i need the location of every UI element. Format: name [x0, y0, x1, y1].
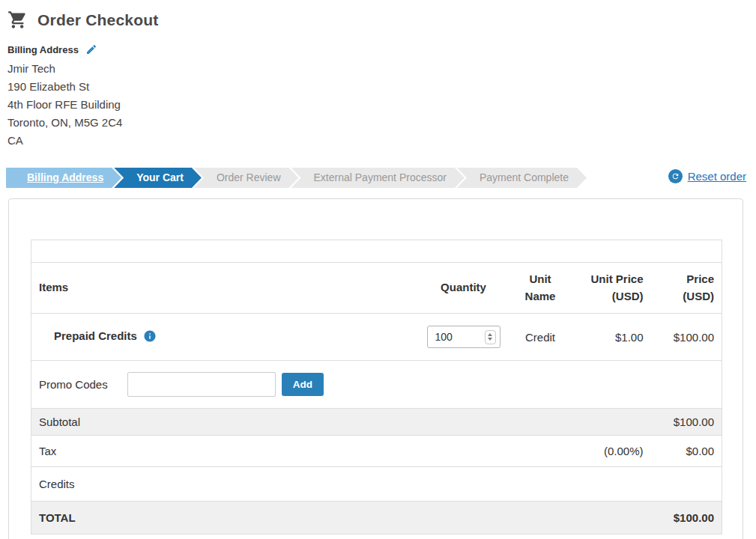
item-unit-price: $1.00 [572, 314, 651, 361]
step-order-review: Order Review [194, 168, 299, 188]
step-external-payment-processor: External Payment Processor [291, 168, 465, 188]
tax-label: Tax [31, 436, 572, 467]
item-unit-name: Credit [509, 314, 572, 361]
credits-row: Credits [31, 467, 722, 502]
reset-refresh-icon [668, 169, 683, 183]
spin-up-icon[interactable] [488, 333, 492, 336]
cart-panel: Items Quantity Unit Name Unit Price (USD… [8, 198, 743, 539]
quantity-spin-buttons[interactable] [485, 330, 496, 344]
item-price: $100.00 [651, 314, 722, 361]
billing-line-suite: 4th Floor RFE Building [7, 96, 756, 114]
step-billing-address[interactable]: Billing Address [6, 168, 121, 188]
col-header-unit-name: Unit Name [509, 263, 572, 314]
page-title: Order Checkout [37, 11, 159, 29]
promo-codes-row: Promo Codes Add [31, 361, 722, 409]
credits-label: Credits [31, 467, 572, 502]
col-header-items: Items [31, 263, 419, 314]
billing-line-company: Jmir Tech [7, 60, 756, 78]
promo-code-input[interactable] [127, 372, 276, 397]
table-header-row: Items Quantity Unit Name Unit Price (USD… [31, 263, 722, 314]
total-rate [572, 502, 651, 535]
reset-order-label: Reset order [688, 170, 746, 183]
step-payment-complete: Payment Complete [457, 168, 587, 188]
billing-address-label: Billing Address [7, 44, 79, 55]
billing-line-country: CA [7, 132, 756, 150]
total-label: TOTAL [31, 502, 572, 535]
cart-table: Items Quantity Unit Name Unit Price (USD… [31, 240, 722, 535]
subtotal-rate [572, 409, 651, 436]
total-row: TOTAL $100.00 [31, 502, 722, 535]
item-name: Prepaid Credits [54, 329, 137, 342]
page-header: Order Checkout [0, 0, 756, 30]
billing-line-street: 190 Elizabeth St [7, 78, 756, 96]
add-promo-button[interactable]: Add [282, 373, 324, 396]
info-icon[interactable] [143, 332, 157, 345]
col-header-quantity: Quantity [419, 263, 509, 314]
credits-value [651, 467, 722, 502]
subtotal-value: $100.00 [651, 409, 722, 436]
table-spacer-row [31, 240, 722, 263]
spin-down-icon[interactable] [488, 338, 492, 341]
total-value: $100.00 [651, 502, 722, 535]
promo-codes-label: Promo Codes [39, 378, 108, 391]
quantity-stepper [427, 326, 501, 348]
billing-address-block: Billing Address Jmir Tech 190 Elizabeth … [7, 43, 756, 150]
tax-rate: (0.00%) [572, 436, 651, 467]
checkout-stepper: Billing Address Your Cart Order Review E… [0, 168, 756, 188]
shopping-cart-icon [7, 10, 28, 30]
tax-row: Tax (0.00%) $0.00 [31, 436, 722, 467]
subtotal-row: Subtotal $100.00 [31, 409, 722, 436]
cart-item-row: Prepaid Credits Credit $1.00 $100.00 [31, 314, 722, 361]
billing-line-city: Toronto, ON, M5G 2C4 [7, 114, 756, 132]
step-your-cart[interactable]: Your Cart [114, 168, 202, 188]
col-header-price: Price (USD) [651, 263, 722, 314]
col-header-unit-price: Unit Price (USD) [572, 263, 651, 314]
credits-rate [572, 467, 651, 502]
edit-pencil-icon[interactable] [85, 43, 97, 55]
quantity-input[interactable] [429, 331, 473, 343]
reset-order-link[interactable]: Reset order [668, 169, 746, 183]
tax-value: $0.00 [651, 436, 722, 467]
subtotal-label: Subtotal [31, 409, 572, 436]
